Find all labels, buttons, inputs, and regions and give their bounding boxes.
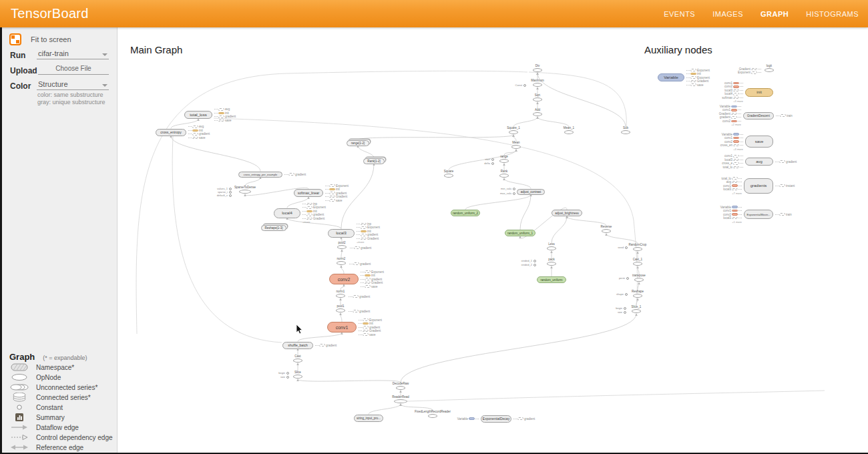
run-select[interactable]: cifar-train [37, 49, 109, 59]
satellite-node[interactable]: save [686, 83, 710, 87]
satellite-node[interactable]: +3 more [712, 99, 743, 103]
satellite-node[interactable]: save [361, 284, 384, 288]
graph-const-perm[interactable]: perm [602, 276, 629, 280]
satellite-node[interactable]: gradient [315, 343, 337, 347]
satellite-group: gradient [350, 246, 371, 250]
nav-tab-graph[interactable]: GRAPH [761, 10, 789, 18]
graph-node-Mean[interactable]: Mean [496, 141, 536, 149]
graph-node-Sqrt[interactable]: Sqrt [517, 93, 558, 101]
graph-node-Reverse[interactable]: Reverse [586, 225, 626, 233]
graph-node-save[interactable]: save [745, 136, 773, 148]
graph-node-softmax_linear[interactable]: softmax_linear [294, 189, 323, 197]
graph-const-strided_1[interactable]: strided_1 [509, 259, 536, 262]
graph-node-cross_entropy[interactable]: cross_entropy [156, 129, 186, 136]
graph-node-cepe[interactable]: cross_entropy_per_example [238, 172, 282, 178]
graph-const-seed[interactable]: seed [601, 246, 628, 249]
summary-icon [9, 413, 29, 422]
graph-const-size[interactable]: size [600, 310, 626, 314]
graph-node-Rank12[interactable]: Rank[1-2] [363, 158, 385, 164]
graph-node-Square[interactable]: Square [429, 170, 469, 178]
graph-const-size[interactable]: size [262, 375, 289, 379]
fit-to-screen-icon[interactable] [9, 33, 21, 45]
graph-node-ReaderRead[interactable]: ReaderRead [381, 395, 421, 403]
graph-node-Add[interactable]: Add [517, 108, 558, 116]
graph-const-begin[interactable]: begin [262, 371, 289, 375]
satellite-node[interactable]: save [359, 332, 382, 336]
satellite-node[interactable]: +more [302, 220, 326, 224]
graph-node-Rank[interactable]: Rank [484, 170, 524, 178]
graph-const-max_valu[interactable]: max_valu [489, 192, 515, 195]
graph-const-min_valu[interactable]: min_valu [489, 187, 515, 190]
graph-node-Cast[interactable]: Cast [278, 355, 318, 363]
graph-const-default_v[interactable]: default_v [205, 194, 232, 197]
graph-node-Square_1[interactable]: Square_1 [493, 126, 533, 134]
graph-node-Div[interactable]: Div [517, 64, 558, 72]
satellite-node[interactable]: +2 more [710, 123, 741, 127]
satellite-group: instant [775, 184, 795, 188]
nav-tab-images[interactable]: IMAGES [712, 10, 743, 18]
satellite-group: conv1conv2local3local4softmax+3 more [712, 81, 743, 103]
graph-node-FixedLengthRecordReader[interactable]: FixedLengthRecordReader [413, 410, 453, 418]
graph-node-range12[interactable]: range[1-2] [347, 140, 369, 146]
satellite-node[interactable]: save [325, 198, 349, 202]
graph-node-conv2[interactable]: conv2 [329, 274, 359, 284]
graph-node-adjust_contrast[interactable]: adjust_contrast [517, 189, 545, 195]
graph-node-Sub[interactable]: Sub [606, 126, 646, 134]
graph-node-total_loss[interactable]: total_loss [184, 111, 212, 119]
satellite-node[interactable]: gradient [349, 294, 370, 298]
satellite-node[interactable]: gradient [349, 262, 371, 266]
nav-tab-events[interactable]: EVENTS [664, 10, 695, 18]
graph-node-string_input[interactable]: string_input_pro... [354, 415, 383, 422]
graph-node-conv1[interactable]: conv1 [327, 322, 357, 332]
graph-node-local3[interactable]: local3 [328, 229, 355, 238]
graph-node-local4[interactable]: local4 [274, 208, 300, 218]
graph-node-random_uniform[interactable]: random_uniform [537, 276, 566, 283]
color-label: Color [10, 81, 31, 91]
satellite-node[interactable]: gradient [775, 160, 797, 164]
choose-file-button[interactable]: Choose File [38, 65, 109, 75]
graph-node-Cast_1[interactable]: Cast_1 [618, 258, 658, 266]
graph-node-gradients[interactable]: gradients [744, 178, 773, 194]
graph-const-start[interactable]: start [467, 158, 494, 161]
graph-node-avg[interactable]: avg [745, 158, 773, 166]
graph-node-random_uniform_1[interactable]: random_uniform_1 [505, 230, 535, 236]
graph-node-Mean_1[interactable]: Mean_1 [549, 126, 589, 134]
satellite-group: ExponentinitgradientGradientsave [361, 270, 384, 288]
satellite-node[interactable]: total_lo [712, 166, 743, 170]
satellite-node[interactable]: save [214, 119, 236, 123]
graph-node-shuffle_batch[interactable]: shuffle_batch [282, 342, 313, 349]
satellite-node[interactable]: train [775, 212, 792, 216]
graph-node-init[interactable]: init [745, 88, 773, 97]
graph-node-Variable[interactable]: Variable [658, 73, 684, 81]
graph-node-ExponentialDecay[interactable]: ExponentialDecay [481, 415, 511, 423]
graph-node-adjust_brightness[interactable]: adjust_brightness [552, 210, 582, 216]
satellite-node[interactable]: gradient [284, 172, 306, 176]
top-nav: EVENTSIMAGESGRAPHHISTOGRAMS [664, 10, 868, 18]
graph-const-begin[interactable]: begin [600, 306, 626, 310]
satellite-node[interactable]: +1 more [711, 220, 742, 224]
satellite-node[interactable]: +3 more [712, 147, 743, 151]
graph-const-Const[interactable]: Const [499, 83, 526, 87]
graph-node-pack[interactable]: pack [531, 258, 572, 266]
graph-const-delta[interactable]: delta [467, 162, 494, 165]
graph-node-ExpMovin[interactable]: ExponentialMovin... [744, 210, 773, 219]
graph-node-Less[interactable]: Less [531, 242, 572, 250]
graph-node-Reshape13[interactable]: Reshape[1-3] [261, 225, 286, 231]
satellite-node[interactable]: gradient [513, 417, 535, 421]
graph-node-random_uniform_2[interactable]: random_uniform_2 [451, 210, 480, 216]
graph-node-GradientDescent[interactable]: GradientDescent [743, 112, 774, 120]
satellite-node[interactable]: +7 more [711, 191, 742, 195]
color-caption: color: same substructure gray: unique su… [37, 91, 105, 106]
satellite-node[interactable]: gradient [349, 309, 370, 313]
graph-const-strided_2[interactable]: strided_2 [509, 263, 536, 266]
graph-node-DecodeRaw[interactable]: DecodeRaw [381, 382, 421, 390]
nav-tab-histograms[interactable]: HISTOGRAMS [806, 10, 859, 18]
satellite-node[interactable]: gradient [350, 246, 371, 250]
satellite-node[interactable]: save [188, 136, 210, 140]
color-select[interactable]: Structure [37, 80, 109, 90]
satellite-node[interactable]: instant [775, 184, 795, 188]
satellite-node[interactable]: Exponent [730, 71, 761, 75]
satellite-node[interactable]: train [776, 114, 793, 118]
upload-label: Upload [10, 66, 37, 75]
graph-const-shape[interactable]: shape [601, 292, 628, 296]
